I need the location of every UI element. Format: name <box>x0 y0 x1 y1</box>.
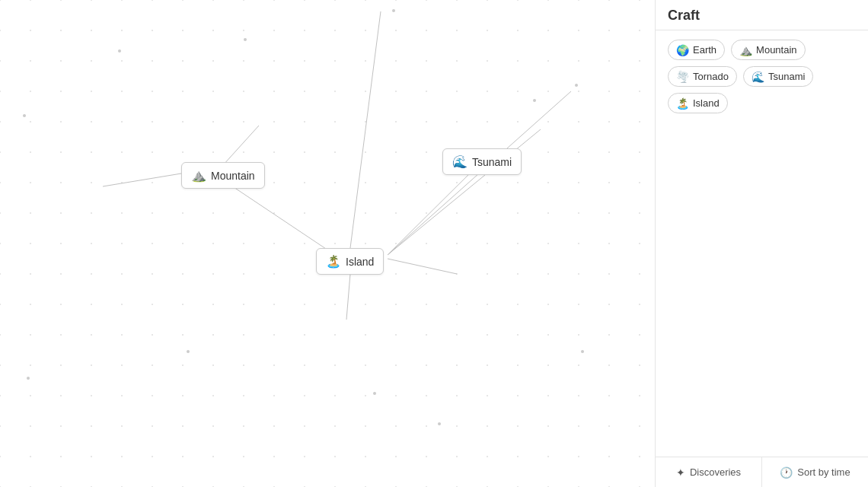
mountain-emoji: ⛰️ <box>739 45 752 56</box>
island-node[interactable]: 🏝️ Island <box>316 248 384 275</box>
discoveries-button[interactable]: ✦ Discoveries <box>656 457 762 487</box>
discoveries-grid: 🌍 Earth ⛰️ Mountain 🌪️ Tornado 🌊 Tsunami… <box>656 30 868 457</box>
svg-line-4 <box>350 11 381 248</box>
svg-line-6 <box>346 274 350 320</box>
tsunami-label: Tsunami <box>768 71 805 82</box>
island-emoji: 🏝️ <box>676 98 689 109</box>
craft-title: Craft <box>668 8 700 24</box>
right-panel: Craft 🌍 Earth ⛰️ Mountain 🌪️ Tornado 🌊 T… <box>655 0 868 487</box>
discovery-badge-mountain[interactable]: ⛰️ Mountain <box>731 40 805 60</box>
dot <box>244 38 247 41</box>
dot <box>118 49 121 53</box>
island-label: Island <box>693 97 720 109</box>
dot <box>575 84 578 87</box>
sort-by-time-button[interactable]: 🕐 Sort by time <box>762 457 868 487</box>
tsunami-node[interactable]: 🌊 Tsunami <box>442 148 522 175</box>
dot <box>23 114 26 117</box>
compass-icon: ✦ <box>676 466 685 479</box>
bottom-bar: ✦ Discoveries 🕐 Sort by time <box>656 457 868 487</box>
discovery-badge-island[interactable]: 🏝️ Island <box>668 93 728 113</box>
dot <box>373 392 376 395</box>
connection-lines <box>0 0 655 487</box>
island-node-label: Island <box>346 256 374 268</box>
svg-line-8 <box>103 173 181 186</box>
tsunami-node-label: Tsunami <box>472 156 512 168</box>
tornado-emoji: 🌪️ <box>676 72 689 82</box>
sort-by-time-label: Sort by time <box>797 466 850 478</box>
tornado-label: Tornado <box>693 71 729 82</box>
dot <box>533 99 536 102</box>
mountain-node-label: Mountain <box>211 170 255 182</box>
clock-icon: 🕐 <box>780 466 793 479</box>
tsunami-emoji: 🌊 <box>752 72 764 82</box>
dot <box>392 9 395 12</box>
discovery-badge-tsunami[interactable]: 🌊 Tsunami <box>743 66 813 87</box>
earth-emoji: 🌍 <box>676 45 689 56</box>
discovery-badge-tornado[interactable]: 🌪️ Tornado <box>668 66 737 87</box>
canvas-area[interactable]: ⛰️ Mountain 🌊 Tsunami 🏝️ Island <box>0 0 655 487</box>
mountain-label: Mountain <box>756 44 796 56</box>
discoveries-label: Discoveries <box>690 466 741 478</box>
dot <box>187 350 190 353</box>
mountain-node[interactable]: ⛰️ Mountain <box>181 162 265 189</box>
dot <box>27 377 30 380</box>
tsunami-node-emoji: 🌊 <box>452 154 468 169</box>
island-node-emoji: 🏝️ <box>326 254 341 269</box>
discovery-badge-earth[interactable]: 🌍 Earth <box>668 40 725 60</box>
dot <box>581 350 584 353</box>
svg-line-5 <box>388 259 457 274</box>
dot <box>438 422 441 425</box>
mountain-node-emoji: ⛰️ <box>191 168 206 183</box>
earth-label: Earth <box>693 44 716 56</box>
panel-header: Craft <box>656 0 868 30</box>
